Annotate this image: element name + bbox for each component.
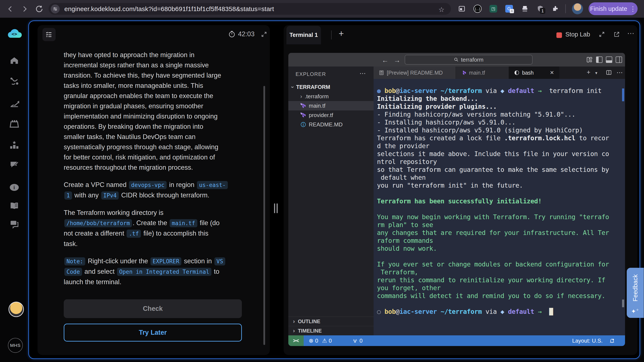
try-later-button[interactable]: Try Later — [64, 324, 242, 341]
task-panel: 42:03 they have opted to approach the mi… — [38, 25, 270, 355]
notifications-bell[interactable] — [609, 335, 615, 346]
toggle-sidebar-icon[interactable] — [596, 57, 602, 63]
home-icon[interactable] — [10, 56, 19, 66]
side-panel-icon[interactable] — [457, 4, 467, 14]
new-tab-plus-icon[interactable]: + — [587, 69, 590, 76]
feedback-note-icon[interactable] — [10, 160, 19, 170]
search-value: terraform — [461, 57, 483, 63]
shield-extension-icon[interactable]: 1 — [535, 4, 545, 14]
file-row-main-tf[interactable]: main.tf — [288, 101, 374, 110]
chevron-down-icon[interactable]: ▾ — [595, 70, 597, 76]
chevron-down-icon: › — [290, 86, 296, 88]
progress-chart-icon[interactable] — [10, 98, 19, 108]
browser-profile-avatar[interactable] — [572, 3, 583, 14]
terminal-scrollbar-thumb[interactable] — [622, 89, 624, 101]
info-icon[interactable]: i — [10, 182, 19, 192]
vscode-back-icon[interactable]: ← — [382, 56, 388, 64]
vscode-forward-icon[interactable]: → — [394, 56, 400, 64]
panel-more-icon[interactable]: ⋯ — [627, 29, 634, 38]
explorer-header: EXPLORER — [296, 71, 326, 77]
open-external-icon[interactable] — [614, 31, 620, 38]
kebab-menu-icon[interactable]: ⋮ — [630, 5, 636, 13]
print-extension-icon[interactable] — [520, 4, 530, 14]
kodekloud-logo[interactable]: <> — [6, 28, 23, 40]
stopwatch-icon — [228, 31, 236, 38]
remote-indicator[interactable]: >< — [288, 335, 304, 346]
editor-area: [Preview] README.MD main.tf bash ✕ — [374, 67, 625, 335]
stop-lab-button[interactable]: Stop Lab — [565, 31, 590, 38]
explorer-project-row[interactable]: › TERRAFORM — [288, 82, 374, 92]
layout-indicator[interactable]: Layout: U.S. — [572, 335, 603, 346]
new-terminal-tab-button[interactable]: + — [338, 29, 344, 39]
task-list-tab[interactable] — [42, 28, 56, 41]
green-extension-icon[interactable]: ◳ — [488, 4, 498, 14]
app-root: <> i MHS — [0, 18, 644, 362]
task-paragraph-3: The Terraform working directory is /home… — [64, 208, 242, 249]
bookmark-star-icon[interactable]: ☆ — [438, 6, 444, 14]
editor-more-icon[interactable]: ⋯ — [616, 69, 623, 76]
toggle-secondary-sidebar-icon[interactable] — [616, 57, 622, 63]
finish-update-button[interactable]: Finish update ⋮ — [588, 2, 638, 15]
vscode-statusbar: >< ⊗ 0 ⚠ 0 0 Layout: U.S. — [288, 335, 625, 346]
browser-reload-icon[interactable] — [35, 5, 44, 13]
learning-path-icon[interactable] — [10, 77, 19, 86]
explorer-sidebar: EXPLORER ⋯ › TERRAFORM › .terraform ma — [288, 67, 374, 335]
file-row-provider-tf[interactable]: provider.tf — [288, 110, 374, 120]
outline-section[interactable]: › OUTLINE — [288, 316, 374, 326]
file-row-terraform-dir[interactable]: › .terraform — [288, 92, 374, 101]
terraform-icon — [461, 70, 466, 76]
errors-warnings[interactable]: ⊗ 0 ⚠ 0 — [309, 335, 332, 346]
task-description: they have opted to approach the migratio… — [64, 50, 242, 294]
stop-lab-icon[interactable] — [556, 33, 562, 38]
browser-back-icon[interactable] — [6, 5, 14, 13]
browser-forward-icon[interactable] — [20, 5, 29, 13]
tab-bash[interactable]: bash ✕ — [509, 67, 560, 79]
toggle-panel-icon[interactable] — [606, 57, 612, 63]
terminal-tab-1[interactable]: Terminal 1 — [286, 26, 321, 44]
terminal-view[interactable]: ● bob@iac-server ~/terraform via ◆ defau… — [374, 79, 625, 335]
feedback-button[interactable]: Feedback ✦✧ — [627, 268, 644, 318]
file-name: provider.tf — [309, 112, 333, 119]
left-nav-rail: <> i MHS — [0, 18, 28, 362]
chevron-right-icon: › — [293, 318, 295, 325]
error-count: 0 — [315, 337, 318, 344]
explorer-more-icon[interactable]: ⋯ — [360, 70, 366, 77]
warning-count: 0 — [329, 337, 332, 344]
ports-indicator[interactable]: 0 — [352, 335, 362, 346]
file-row-readme[interactable]: README.MD — [288, 120, 374, 129]
layout-label: Layout: U.S. — [572, 337, 603, 344]
task-paragraph-2: Create a VPC named devops-vpc in region … — [64, 180, 242, 201]
address-bar[interactable]: engineer.kodekloud.com/task?id=680b691f1… — [48, 3, 451, 15]
task-paragraph-1: they have opted to approach the migratio… — [64, 50, 242, 173]
panel-expand-icon[interactable] — [598, 31, 605, 38]
leaderboard-icon[interactable] — [10, 140, 19, 150]
check-button[interactable]: Check — [64, 299, 242, 318]
initials-badge[interactable]: MHS — [8, 338, 23, 353]
browser-toolbar: engineer.kodekloud.com/task?id=680b691f1… — [0, 0, 644, 18]
tab-readme-preview[interactable]: [Preview] README.MD — [374, 67, 456, 79]
calendar-icon[interactable] — [10, 119, 19, 129]
task-expand-icon[interactable] — [261, 31, 267, 38]
search-icon — [454, 57, 459, 62]
vscode-command-search[interactable]: terraform — [405, 55, 532, 65]
braces-extension-icon[interactable]: {…} — [473, 4, 482, 14]
sparkles-icon: ✦✧ — [631, 308, 639, 315]
site-settings-icon[interactable] — [51, 5, 60, 14]
editor-scrollbar-thumb[interactable] — [622, 299, 624, 307]
vscode-window: ← → terraform EXPLORER — [288, 53, 625, 346]
docs-book-icon[interactable] — [10, 201, 19, 211]
task-timer: 42:03 — [228, 30, 255, 38]
timeline-section[interactable]: › TIMELINE — [288, 326, 374, 335]
task-scrollbar[interactable] — [264, 86, 265, 345]
panel-resize-handle[interactable] — [274, 203, 280, 213]
close-tab-icon[interactable]: ✕ — [550, 70, 554, 76]
tab-main-tf[interactable]: main.tf — [456, 67, 509, 79]
finish-update-label: Finish update — [590, 5, 627, 12]
customize-layout-icon[interactable] — [586, 57, 593, 63]
translate-extension-icon[interactable]: G A — [504, 4, 514, 14]
split-editor-icon[interactable] — [606, 70, 612, 76]
chat-icon[interactable] — [10, 219, 19, 229]
markdown-preview-icon — [379, 70, 384, 76]
user-avatar[interactable] — [8, 302, 24, 317]
extensions-puzzle-icon[interactable] — [551, 4, 560, 14]
